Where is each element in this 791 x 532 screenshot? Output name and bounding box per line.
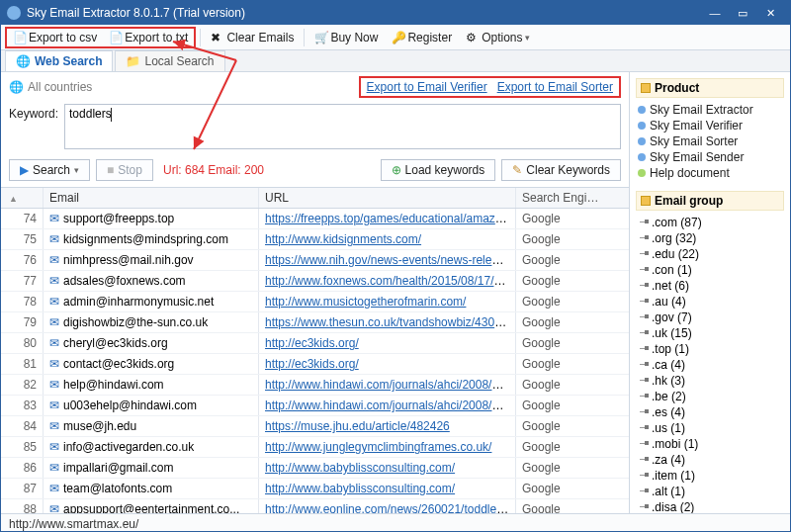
email-group-item[interactable]: .item (1) <box>636 468 784 484</box>
close-button[interactable]: ✕ <box>756 3 784 23</box>
url-link[interactable]: http://www.junglegymclimbingframes.co.uk… <box>265 440 491 454</box>
table-row[interactable]: 74✉support@freepps.tophttps://freepps.to… <box>1 209 629 229</box>
col-email[interactable]: Email <box>43 188 258 208</box>
table-row[interactable]: 86✉impallari@gmail.comhttp://www.babybli… <box>1 458 629 479</box>
email-group-item[interactable]: .uk (15) <box>636 325 784 341</box>
app-icon <box>7 6 21 20</box>
email-group-item[interactable]: .hk (3) <box>636 373 784 389</box>
tree-dot-icon <box>645 330 649 334</box>
email-group-item[interactable]: .au (4) <box>636 294 784 310</box>
cell-email: ✉digishowbiz@the-sun.co.uk <box>43 312 258 332</box>
maximize-button[interactable]: ▭ <box>729 3 756 23</box>
stop-button[interactable]: ■ Stop <box>96 159 153 181</box>
cell-number: 75 <box>1 229 43 249</box>
table-row[interactable]: 76✉nimhpress@mail.nih.govhttps://www.nih… <box>1 250 629 271</box>
tab-web-search[interactable]: 🌐 Web Search <box>5 50 113 71</box>
clear-emails-button[interactable]: ✖ Clear Emails <box>205 29 300 46</box>
separator <box>200 29 201 46</box>
email-group-item[interactable]: .com (87) <box>636 215 784 230</box>
url-link[interactable]: http://www.foxnews.com/health/2015/08/17… <box>265 274 515 288</box>
email-group-item[interactable]: .org (32) <box>636 230 784 246</box>
email-group-item[interactable]: .alt (1) <box>636 484 784 499</box>
table-row[interactable]: 81✉contact@ec3kids.orghttp://ec3kids.org… <box>1 354 629 375</box>
table-row[interactable]: 87✉team@latofonts.comhttp://www.babyblis… <box>1 479 629 499</box>
email-group-item[interactable]: .ca (4) <box>636 357 784 373</box>
load-keywords-button[interactable]: ⊕ Load keywords <box>381 159 496 181</box>
export-sorter-link[interactable]: Export to Email Sorter <box>497 80 613 94</box>
tab-strip: 🌐 Web Search 📁 Local Search <box>1 50 790 72</box>
email-group-item[interactable]: .be (2) <box>636 389 784 404</box>
email-group-item[interactable]: .gov (7) <box>636 310 784 325</box>
table-row[interactable]: 75✉kidsignments@mindspring.comhttp://www… <box>1 229 629 250</box>
email-group-item[interactable]: .mobi (1) <box>636 436 784 452</box>
product-item[interactable]: Sky Email Extractor <box>636 102 784 118</box>
export-txt-button[interactable]: 📄 Export to txt <box>103 29 194 46</box>
text-caret <box>111 108 112 122</box>
url-link[interactable]: https://muse.jhu.edu/article/482426 <box>265 419 450 433</box>
grid-body[interactable]: 74✉support@freepps.tophttps://freepps.to… <box>1 209 629 513</box>
product-item[interactable]: Sky Email Verifier <box>636 118 784 133</box>
col-url[interactable]: URL <box>258 188 515 208</box>
minimize-button[interactable]: — <box>701 3 729 23</box>
email-group-item[interactable]: .net (6) <box>636 278 784 294</box>
table-row[interactable]: 78✉admin@inharmonymusic.nethttp://www.mu… <box>1 292 629 312</box>
url-link[interactable]: https://freepps.top/games/educational/am… <box>265 212 515 225</box>
url-link[interactable]: http://www.hindawi.com/journals/ahci/200… <box>265 378 515 392</box>
cell-number: 80 <box>1 333 43 353</box>
url-link[interactable]: https://www.thesun.co.uk/tvandshowbiz/43… <box>265 315 515 329</box>
envelope-icon: ✉ <box>49 274 59 288</box>
email-group-item[interactable]: .disa (2) <box>636 499 784 513</box>
col-search-engine[interactable]: Search Engine▲ <box>515 188 606 208</box>
table-row[interactable]: 82✉help@hindawi.comhttp://www.hindawi.co… <box>1 375 629 396</box>
url-link[interactable]: http://www.hindawi.com/journals/ahci/200… <box>265 399 515 412</box>
table-row[interactable]: 84✉muse@jh.eduhttps://muse.jhu.edu/artic… <box>1 416 629 437</box>
product-item[interactable]: Sky Email Sorter <box>636 133 784 149</box>
url-link[interactable]: http://www.kidsignments.com/ <box>265 232 421 246</box>
url-link[interactable]: http://www.musictogetherofmarin.com/ <box>265 295 466 309</box>
options-button[interactable]: ⚙ Options ▾ <box>460 29 536 46</box>
url-link[interactable]: http://www.babyblissconsulting.com/ <box>265 461 455 475</box>
search-button[interactable]: ▶ Search ▾ <box>9 159 90 181</box>
export-verifier-link[interactable]: Export to Email Verifier <box>367 80 487 94</box>
tree-dot-icon <box>645 251 649 255</box>
url-link[interactable]: https://www.nih.gov/news-events/news-rel… <box>265 253 515 267</box>
cell-email: ✉support@freepps.top <box>43 209 258 228</box>
keyword-value: toddlers <box>69 107 112 121</box>
email-group-item[interactable]: .us (1) <box>636 420 784 436</box>
product-item[interactable]: Help document <box>636 165 784 181</box>
email-group-item[interactable]: .con (1) <box>636 262 784 278</box>
col-number[interactable]: ▲ <box>1 188 43 208</box>
table-row[interactable]: 80✉cheryl@ec3kids.orghttp://ec3kids.org/… <box>1 333 629 354</box>
export-txt-icon: 📄 <box>109 31 122 44</box>
email-group-item[interactable]: .za (4) <box>636 452 784 468</box>
cell-number: 74 <box>1 209 43 228</box>
email-group-item[interactable]: .edu (22) <box>636 246 784 262</box>
table-row[interactable]: 83✉u003ehelp@hindawi.comhttp://www.hinda… <box>1 396 629 416</box>
tab-local-label: Local Search <box>144 54 214 68</box>
countries-selector[interactable]: 🌐 All countries <box>9 80 92 94</box>
clear-keywords-button[interactable]: ✎ Clear Keywords <box>501 159 621 181</box>
tab-local-search[interactable]: 📁 Local Search <box>115 50 224 71</box>
product-item[interactable]: Sky Email Sender <box>636 149 784 165</box>
url-link[interactable]: http://ec3kids.org/ <box>265 357 359 371</box>
tree-dot-icon <box>645 299 649 303</box>
table-row[interactable]: 85✉info@activegarden.co.ukhttp://www.jun… <box>1 437 629 458</box>
cell-search-engine: Google <box>515 375 606 395</box>
export-csv-button[interactable]: 📄 Export to csv <box>7 29 103 46</box>
table-row[interactable]: 88✉appsupport@eentertainment.co...http:/… <box>1 499 629 513</box>
keyword-input[interactable]: toddlers <box>64 104 621 149</box>
cell-email: ✉appsupport@eentertainment.co... <box>43 499 258 513</box>
cell-search-engine: Google <box>515 437 606 457</box>
email-group-item[interactable]: .es (4) <box>636 404 784 420</box>
cell-url: https://muse.jhu.edu/article/482426 <box>258 416 515 436</box>
url-link[interactable]: http://www.eonline.com/news/260021/toddl… <box>265 502 515 513</box>
register-button[interactable]: 🔑 Register <box>386 29 458 46</box>
url-link[interactable]: http://ec3kids.org/ <box>265 336 359 350</box>
envelope-icon: ✉ <box>49 461 59 475</box>
tree-dot-icon <box>645 409 649 413</box>
email-group-item[interactable]: .top (1) <box>636 341 784 357</box>
url-link[interactable]: http://www.babyblissconsulting.com/ <box>265 482 455 495</box>
table-row[interactable]: 77✉adsales@foxnews.comhttp://www.foxnews… <box>1 271 629 292</box>
table-row[interactable]: 79✉digishowbiz@the-sun.co.ukhttps://www.… <box>1 312 629 333</box>
buy-now-button[interactable]: 🛒 Buy Now <box>308 29 384 46</box>
